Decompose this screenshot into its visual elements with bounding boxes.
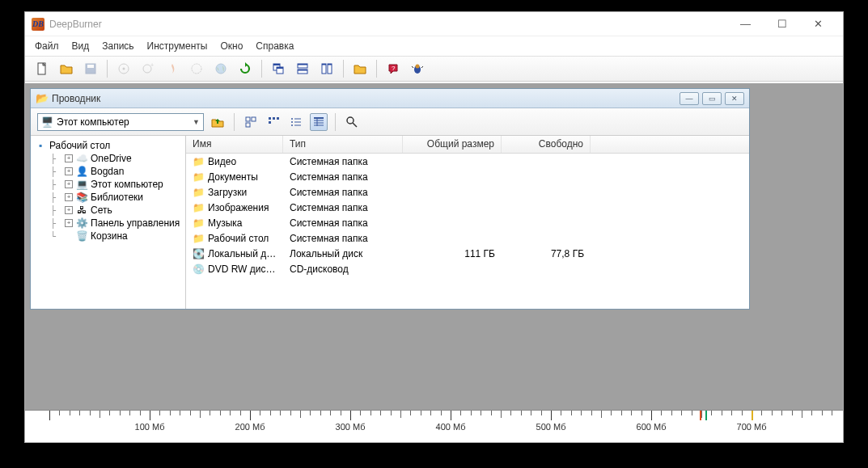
list-item[interactable]: 💿DVD RW дисков...CD-дисковод <box>186 261 749 276</box>
tree-item[interactable]: ├+🖧Сеть <box>39 204 184 217</box>
list-item[interactable]: 📁ИзображенияСистемная папка <box>186 200 749 215</box>
list-item[interactable]: 📁Рабочий столСистемная папка <box>186 230 749 246</box>
item-name: Музыка <box>208 217 242 229</box>
item-name: Локальный дис... <box>208 248 283 259</box>
app-logo-icon: DB <box>32 18 44 31</box>
menubar: Файл Вид Запись Инструменты Окно Справка <box>25 36 843 56</box>
ruler-label: 600 Мб <box>637 422 667 432</box>
tree-item[interactable]: ├+👤Bogdan <box>39 165 184 178</box>
tree-item[interactable]: ├+⚙️Панель управления <box>39 217 184 230</box>
expand-icon[interactable]: + <box>65 193 73 201</box>
explorer-window: 📂 Проводник — ▭ ✕ 🖥️ Этот компьютер ▼ <box>30 88 750 310</box>
minimize-button[interactable]: — <box>727 13 764 36</box>
folder-icon: 📁 <box>193 202 205 213</box>
tree-item[interactable]: ├+💻Этот компьютер <box>39 178 184 191</box>
save-button[interactable] <box>81 59 100 78</box>
expand-icon[interactable]: + <box>65 180 73 188</box>
list-item[interactable]: 📁ДокументыСистемная папка <box>186 169 749 184</box>
svg-rect-32 <box>269 121 271 124</box>
column-name[interactable]: Имя <box>186 136 283 153</box>
explorer-button[interactable] <box>350 59 370 78</box>
tree-item[interactable]: ├+☁️OneDrive <box>39 152 184 165</box>
menu-view[interactable]: Вид <box>66 38 96 54</box>
chevron-down-icon: ▼ <box>193 118 200 126</box>
list-item[interactable]: 📁ВидеоСистемная папка <box>186 154 749 169</box>
svg-rect-15 <box>298 64 307 65</box>
toolbar-separator <box>107 60 108 78</box>
large-icons-button[interactable] <box>242 113 260 131</box>
column-size[interactable]: Общий размер <box>403 136 502 153</box>
titlebar: DB DeepBurner — ☐ ✕ <box>25 12 843 36</box>
menu-help[interactable]: Справка <box>249 38 300 54</box>
item-free: 77,8 ГБ <box>502 248 591 259</box>
menu-window[interactable]: Окно <box>214 38 249 54</box>
disk-icon: 💽 <box>193 248 205 259</box>
file-list[interactable]: Имя Тип Общий размер Свободно 📁ВидеоСист… <box>186 136 749 309</box>
column-type[interactable]: Тип <box>283 136 403 153</box>
location-dropdown[interactable]: 🖥️ Этот компьютер ▼ <box>37 113 204 131</box>
list-view-button[interactable] <box>287 113 305 131</box>
explorer-minimize-button[interactable]: — <box>680 92 699 105</box>
tree-label: Этот компьютер <box>91 179 163 190</box>
expand-icon[interactable]: + <box>65 167 73 175</box>
ruler-label: 200 Мб <box>235 422 265 432</box>
explorer-close-button[interactable]: ✕ <box>725 92 744 105</box>
list-item[interactable]: 💽Локальный дис...Локальный диск111 ГБ77,… <box>186 246 749 261</box>
small-icons-button[interactable] <box>265 113 282 131</box>
tree-item[interactable]: └🗑️Корзина <box>39 230 184 242</box>
svg-line-45 <box>353 123 357 127</box>
svg-line-25 <box>421 66 423 68</box>
list-item[interactable]: 📁ЗагрузкиСистемная папка <box>186 184 749 200</box>
folder-tree[interactable]: ▪Рабочий стол├+☁️OneDrive├+👤Bogdan├+💻Это… <box>31 136 186 309</box>
cascade-button[interactable] <box>269 59 288 78</box>
search-button[interactable] <box>343 113 361 131</box>
globe-icon[interactable] <box>211 59 231 78</box>
details-view-button[interactable] <box>310 113 328 131</box>
svg-point-33 <box>291 118 293 120</box>
svg-rect-18 <box>328 64 332 74</box>
disc-icon[interactable] <box>114 59 133 78</box>
open-button[interactable] <box>57 59 76 78</box>
ruler-label: 100 Мб <box>135 422 165 432</box>
up-folder-button[interactable] <box>209 113 227 131</box>
cloud-icon: ☁️ <box>75 153 88 164</box>
tile-vertical-button[interactable] <box>317 59 337 78</box>
item-name: Видео <box>208 156 236 167</box>
toolbar-separator <box>335 113 336 131</box>
expand-icon[interactable]: + <box>65 219 73 227</box>
menu-tools[interactable]: Инструменты <box>141 38 214 54</box>
tree-label: Bogdan <box>91 166 124 177</box>
explorer-maximize-button[interactable]: ▭ <box>702 92 722 105</box>
explorer-titlebar: 📂 Проводник — ▭ ✕ <box>31 89 749 108</box>
close-button[interactable]: ✕ <box>800 13 836 36</box>
menu-file[interactable]: Файл <box>28 38 66 54</box>
item-type: Системная папка <box>283 233 403 244</box>
tile-horizontal-button[interactable] <box>293 59 312 78</box>
tree-item[interactable]: ├+📚Библиотеки <box>39 191 184 204</box>
expand-icon[interactable]: + <box>65 154 73 162</box>
ruler-label: 400 Мб <box>436 422 466 432</box>
column-free[interactable]: Свободно <box>502 136 591 153</box>
new-button[interactable] <box>32 59 52 78</box>
tree-item[interactable]: ▪Рабочий стол <box>32 139 184 152</box>
toolbar-separator <box>261 60 262 78</box>
svg-rect-28 <box>246 123 250 127</box>
item-type: Системная папка <box>283 202 403 213</box>
menu-burn[interactable]: Запись <box>95 38 140 54</box>
svg-rect-30 <box>273 117 275 120</box>
maximize-button[interactable]: ☐ <box>764 13 800 36</box>
disc-add-icon[interactable]: + <box>138 59 158 78</box>
svg-rect-29 <box>269 117 271 120</box>
disc-dotted-icon[interactable] <box>187 59 206 78</box>
expand-icon[interactable]: + <box>65 206 73 214</box>
bug-icon[interactable] <box>408 59 427 78</box>
svg-rect-17 <box>322 64 326 74</box>
tree-label: Панель управления <box>91 217 180 229</box>
size-ruler: 100 Мб200 Мб300 Мб400 Мб500 Мб600 Мб700 … <box>25 410 843 442</box>
help-button[interactable]: ? <box>383 59 403 78</box>
list-item[interactable]: 📁МузыкаСистемная папка <box>186 215 749 230</box>
explorer-window-controls: — ▭ ✕ <box>680 92 744 105</box>
refresh-button[interactable] <box>235 59 255 78</box>
trash-icon: 🗑️ <box>75 230 88 242</box>
burn-icon[interactable] <box>163 59 182 78</box>
